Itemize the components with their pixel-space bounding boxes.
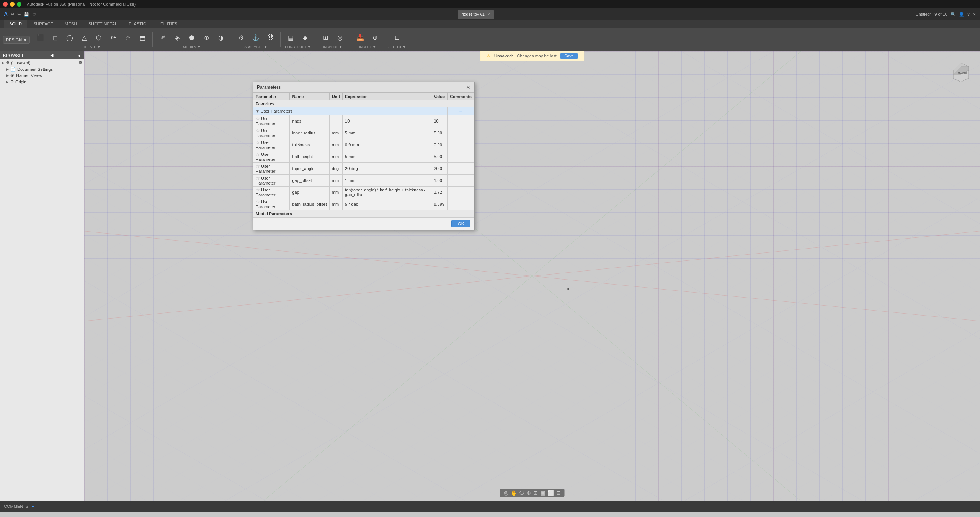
param-name-gap-offset[interactable]: gap_offset <box>290 175 329 187</box>
browser-item-root[interactable]: ▶ ⚙ (Unsaved) ⚙ <box>0 59 84 66</box>
param-row-taper-angle[interactable]: ☆ User Parameter taper_angle deg 20 deg … <box>253 163 474 175</box>
param-name-inner-radius[interactable]: inner_radius <box>290 127 329 139</box>
construct-axis-btn[interactable]: ◆ <box>298 31 312 44</box>
param-expr-path-radius[interactable]: 5 * gap <box>343 198 431 210</box>
param-row-path-radius-offset[interactable]: ☆ User Parameter path_radius_offset mm 5… <box>253 198 474 210</box>
param-name-half-height[interactable]: half_height <box>290 151 329 163</box>
assemble-new-component-btn[interactable]: ⚙ <box>234 31 248 44</box>
param-comments-half-height[interactable] <box>448 151 474 163</box>
nav-grid-icon[interactable]: ⊟ <box>556 490 561 496</box>
window-close-icon[interactable]: ✕ <box>973 12 976 17</box>
assemble-rigid-btn[interactable]: ⛓ <box>263 31 277 44</box>
param-comments-gap[interactable] <box>448 187 474 198</box>
param-name-taper-angle[interactable]: taper_angle <box>290 163 329 175</box>
star-gap-icon[interactable]: ☆ <box>256 187 260 193</box>
star-taper-angle-icon[interactable]: ☆ <box>256 164 260 169</box>
browser-expand-icon[interactable]: ◀ <box>50 53 53 58</box>
nav-pan-icon[interactable]: ✋ <box>511 490 517 496</box>
user-icon[interactable]: 👤 <box>959 12 964 17</box>
viewcube[interactable]: HOME <box>949 59 972 82</box>
nav-orbit-icon[interactable]: ⎔ <box>519 490 524 496</box>
create-sweep-btn[interactable]: ◯ <box>63 31 77 44</box>
star-thickness-icon[interactable]: ☆ <box>256 140 260 145</box>
star-rings-icon[interactable]: ☆ <box>256 116 260 121</box>
star-half-height-icon[interactable]: ☆ <box>256 152 260 157</box>
ok-button[interactable]: OK <box>451 220 470 227</box>
tab-sheet-metal[interactable]: SHEET METAL <box>83 20 122 28</box>
param-row-rings[interactable]: ☆ User Parameter rings 10 10 <box>253 115 474 127</box>
user-params-section-row[interactable]: ▼ User Parameters + <box>253 107 474 115</box>
param-expr-gap[interactable]: tan(taper_angle) * half_height + thickne… <box>343 187 431 198</box>
create-revolve-btn[interactable]: ◻ <box>48 31 62 44</box>
modify-press-pull-btn[interactable]: ✐ <box>156 31 170 44</box>
browser-item-named-views[interactable]: ▶ 👁 Named Views <box>0 72 84 79</box>
modify-fillet-btn[interactable]: ◈ <box>170 31 184 44</box>
param-expr-rings[interactable]: 10 <box>343 115 431 127</box>
param-row-gap-offset[interactable]: ☆ User Parameter gap_offset mm 1 mm 1.00 <box>253 175 474 187</box>
tab-plastic[interactable]: PLASTIC <box>123 20 152 28</box>
nav-display-icon[interactable]: ▣ <box>540 490 545 496</box>
tab-solid[interactable]: SOLID <box>4 20 27 28</box>
star-gap-offset-icon[interactable]: ☆ <box>256 175 260 181</box>
save-button[interactable]: Save <box>560 53 578 59</box>
param-row-thickness[interactable]: ☆ User Parameter thickness mm 0.9 mm 0.9… <box>253 139 474 151</box>
create-shell-btn[interactable]: ⟳ <box>106 31 120 44</box>
param-row-inner-radius[interactable]: ☆ User Parameter inner_radius mm 5 mm 5.… <box>253 127 474 139</box>
param-expr-gap-offset[interactable]: 1 mm <box>343 175 431 187</box>
search-icon[interactable]: 🔍 <box>951 12 956 17</box>
browser-item-origin[interactable]: ▶ ⊕ Origin <box>0 79 84 85</box>
tab-close-icon[interactable]: × <box>488 12 490 16</box>
redo-icon[interactable]: ↪ <box>17 12 21 17</box>
browser-add-icon[interactable]: ● <box>78 53 81 58</box>
create-box-btn[interactable]: ⬒ <box>136 31 149 44</box>
param-comments-taper-angle[interactable] <box>448 163 474 175</box>
close-btn[interactable] <box>3 2 8 7</box>
nav-view-icon[interactable]: ⬜ <box>547 490 554 496</box>
param-name-gap[interactable]: gap <box>290 187 329 198</box>
param-comments-thickness[interactable] <box>448 139 474 151</box>
maximize-btn[interactable] <box>17 2 21 7</box>
param-name-path-radius[interactable]: path_radius_offset <box>290 198 329 210</box>
assemble-joint-btn[interactable]: ⚓ <box>249 31 263 44</box>
nav-zoom-fit-icon[interactable]: ⊕ <box>526 490 531 496</box>
nav-zoom-icon[interactable]: ⊡ <box>533 490 538 496</box>
viewport[interactable]: ⚠ Unsaved: Changes may be lost Save HOME… <box>84 51 980 501</box>
param-row-half-height[interactable]: ☆ User Parameter half_height mm 5 mm 5.0… <box>253 151 474 163</box>
nav-home-icon[interactable]: ◎ <box>504 490 508 496</box>
param-expr-taper-angle[interactable]: 20 deg <box>343 163 431 175</box>
param-comments-rings[interactable] <box>448 115 474 127</box>
select-btn[interactable]: ⊡ <box>390 31 404 44</box>
param-comments-gap-offset[interactable] <box>448 175 474 187</box>
undo-icon[interactable]: ↩ <box>11 12 14 17</box>
inspect-measure-btn[interactable]: ⊞ <box>318 31 332 44</box>
create-thread-btn[interactable]: ☆ <box>121 31 135 44</box>
construct-plane-btn[interactable]: ▤ <box>284 31 297 44</box>
help-icon[interactable]: ? <box>967 12 970 16</box>
param-expr-half-height[interactable]: 5 mm <box>343 151 431 163</box>
param-comments-inner-radius[interactable] <box>448 127 474 139</box>
tab-utilities[interactable]: UTILITIES <box>152 20 183 28</box>
insert-canvas-btn[interactable]: ⊕ <box>368 31 382 44</box>
star-inner-radius-icon[interactable]: ☆ <box>256 128 260 133</box>
create-extrude-btn[interactable]: ⬛ <box>34 31 47 44</box>
param-comments-path-radius[interactable] <box>448 198 474 210</box>
settings-icon[interactable]: ⚙ <box>32 12 36 17</box>
modify-combine-btn[interactable]: ⊕ <box>199 31 213 44</box>
param-name-thickness[interactable]: thickness <box>290 139 329 151</box>
params-dialog-titlebar[interactable]: Parameters ✕ <box>253 82 474 93</box>
minimize-btn[interactable] <box>10 2 15 7</box>
param-expr-thickness[interactable]: 0.9 mm <box>343 139 431 151</box>
save-icon[interactable]: 💾 <box>24 12 29 17</box>
root-settings-icon[interactable]: ⚙ <box>78 60 82 65</box>
param-row-gap[interactable]: ☆ User Parameter gap mm tan(taper_angle)… <box>253 187 474 198</box>
browser-item-doc-settings[interactable]: ▶ 📄 Document Settings <box>0 66 84 72</box>
params-dialog-close-button[interactable]: ✕ <box>466 85 470 90</box>
insert-derived-btn[interactable]: 📥 <box>353 31 367 44</box>
inspect-section-btn[interactable]: ◎ <box>333 31 347 44</box>
create-loft-btn[interactable]: △ <box>77 31 91 44</box>
modify-scale-btn[interactable]: ◑ <box>214 31 228 44</box>
tab-fidget[interactable]: fidget-toy v1 × <box>458 10 494 19</box>
create-hole-btn[interactable]: ⬡ <box>92 31 106 44</box>
tab-surface[interactable]: SURFACE <box>28 20 59 28</box>
user-params-add[interactable]: + <box>448 107 474 115</box>
